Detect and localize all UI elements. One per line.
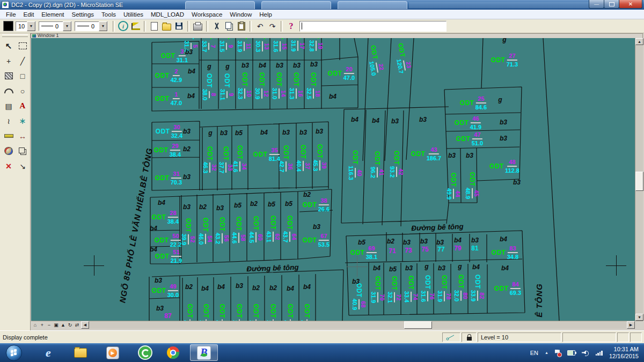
line-style-combo[interactable]: 0▼	[75, 21, 108, 31]
work-area: ↖+╱□○▤A≀∗↔×↘ Window 1	[0, 33, 644, 330]
speaker-icon[interactable]	[582, 350, 589, 356]
scroll-left-button[interactable]: ◀	[81, 321, 89, 329]
undo-button[interactable]: ↶	[254, 20, 266, 32]
maximize-button[interactable]	[604, 0, 619, 9]
tool-text[interactable]: A	[16, 99, 30, 113]
minimize-button[interactable]: —	[589, 0, 604, 9]
start-button[interactable]	[3, 344, 25, 361]
view-window-titlebar[interactable]: Window 1	[31, 33, 643, 38]
tool-measure[interactable]: ↔	[16, 129, 30, 143]
help-button[interactable]: ?	[285, 20, 297, 32]
keyin-field[interactable]	[299, 21, 447, 32]
zoom-in-button[interactable]: +	[39, 322, 46, 329]
vertical-scrollbar[interactable]: ▲ ▼	[635, 38, 643, 321]
palette-drag-handle[interactable]	[2, 34, 28, 37]
lock-cell[interactable]	[462, 333, 477, 342]
parcel-label-54: ODT5446.0	[198, 218, 213, 245]
pan-view-button[interactable]: ⇄	[74, 322, 80, 329]
new-file-button[interactable]	[148, 20, 160, 32]
scroll-up-button[interactable]: ▲	[635, 38, 643, 45]
background-window-tab	[185, 1, 255, 9]
zoom-out-button[interactable]: −	[46, 322, 53, 329]
battery-icon[interactable]	[567, 350, 575, 356]
menu-mdlload[interactable]: MDL_LOAD	[147, 11, 188, 18]
scroll-down-button[interactable]: ▼	[635, 314, 643, 321]
parcel-label-67: ODT6753.5	[303, 233, 330, 248]
save-button[interactable]	[173, 20, 185, 32]
fit-view-button[interactable]: ▲	[60, 322, 67, 329]
rotate-view-button[interactable]: ↻	[67, 322, 74, 329]
menu-file[interactable]: File	[2, 11, 20, 18]
tool-dimensioning[interactable]	[2, 129, 16, 143]
keyin-input[interactable]	[300, 21, 446, 31]
scroll-right-button[interactable]: ▶	[627, 321, 635, 329]
tool-arcs[interactable]	[2, 84, 16, 98]
network-signal-icon[interactable]	[596, 350, 603, 356]
zone-label: b3	[405, 264, 413, 272]
horizontal-scrollbar[interactable]	[89, 321, 635, 329]
chevron-down-icon[interactable]: ▼	[63, 21, 71, 31]
taskbar-chrome[interactable]	[162, 344, 184, 361]
tool-extend-element[interactable]: ↘	[16, 159, 30, 173]
show-hidden-icons-button[interactable]: ▲	[545, 351, 548, 354]
tool-color-palette[interactable]	[2, 144, 16, 158]
tool-fence[interactable]	[16, 39, 30, 53]
taskbar-coc-coc[interactable]	[134, 344, 156, 361]
zone-label: g	[425, 263, 428, 270]
menu-window[interactable]: Window	[226, 11, 255, 18]
chevron-down-icon[interactable]: ▼	[99, 21, 107, 31]
vertical-scroll-thumb[interactable]	[635, 172, 643, 191]
menu-workspace[interactable]: Workspace	[188, 11, 226, 18]
tool-change-attributes[interactable]: ∗	[16, 114, 30, 128]
tool-points[interactable]: +	[2, 54, 16, 68]
language-indicator[interactable]: EN	[530, 350, 538, 356]
update-view-button[interactable]: ⌂	[32, 322, 39, 329]
menu-utilities[interactable]: Utilities	[120, 11, 147, 18]
parcel-label-29: ODT2938.4	[154, 143, 181, 158]
taskbar-clock[interactable]: 10:31 AM 12/16/2015	[609, 346, 639, 360]
taskbar-media-player[interactable]: ▶	[102, 344, 123, 361]
snap-mode-cell[interactable]	[442, 333, 460, 342]
tool-copy-element[interactable]	[16, 144, 30, 158]
menu-tools[interactable]: Tools	[98, 11, 120, 18]
tool-delete-element[interactable]: ×	[2, 159, 16, 173]
action-center-flag-icon[interactable]	[555, 350, 561, 356]
parcel-label-9: ODT931.5	[219, 38, 234, 52]
paste-button[interactable]	[235, 20, 247, 32]
taskbar-microstation-active[interactable]: B	[190, 344, 218, 361]
analyze-element-button[interactable]: i	[117, 20, 129, 32]
toolbar-separator	[113, 21, 115, 32]
parcel-label-42: ODT4293.2	[389, 151, 404, 178]
level-combo[interactable]: 10▼	[16, 21, 36, 31]
menu-element[interactable]: Element	[38, 11, 68, 18]
close-button[interactable]: ✕	[619, 0, 642, 9]
active-level-cell[interactable]: Level = 10	[478, 333, 561, 342]
horizontal-scroll-thumb[interactable]	[404, 321, 432, 329]
active-color-swatch[interactable]	[3, 21, 13, 31]
window-area-button[interactable]: ▣	[53, 322, 60, 329]
line-weight-combo[interactable]: 0▼	[39, 21, 72, 31]
copy-button[interactable]	[223, 20, 235, 32]
level-display-button[interactable]	[129, 20, 142, 32]
redo-button[interactable]: ↷	[266, 20, 279, 32]
tool-element-selection[interactable]: ↖	[2, 39, 16, 53]
parcel-label-15: ODT1531.6	[273, 38, 288, 52]
tool-polygons[interactable]: □	[16, 69, 30, 83]
taskbar-internet-explorer[interactable]: e	[38, 344, 59, 361]
zone-label: b3	[310, 61, 318, 68]
drawing-canvas[interactable]: ODT331.1ODT242.9ODT147.0ODT2047.0ODT2771…	[31, 38, 635, 321]
tool-patterns[interactable]	[2, 69, 16, 83]
menu-edit[interactable]: Edit	[20, 11, 38, 18]
menu-help[interactable]: Help	[255, 11, 276, 18]
tool-cells[interactable]: ▤	[2, 99, 16, 113]
open-file-button[interactable]	[160, 20, 173, 32]
menu-settings[interactable]: Settings	[68, 11, 98, 18]
cut-button[interactable]	[210, 20, 223, 32]
status-bar: Display complete Level = 10	[0, 330, 644, 344]
print-button[interactable]	[192, 20, 204, 32]
tool-linear-elements[interactable]: ╱	[16, 54, 30, 68]
taskbar-windows-explorer[interactable]	[70, 344, 91, 361]
tool-modify-curves[interactable]: ≀	[2, 114, 16, 128]
chevron-down-icon[interactable]: ▼	[27, 21, 35, 31]
tool-ellipses[interactable]: ○	[16, 84, 30, 98]
